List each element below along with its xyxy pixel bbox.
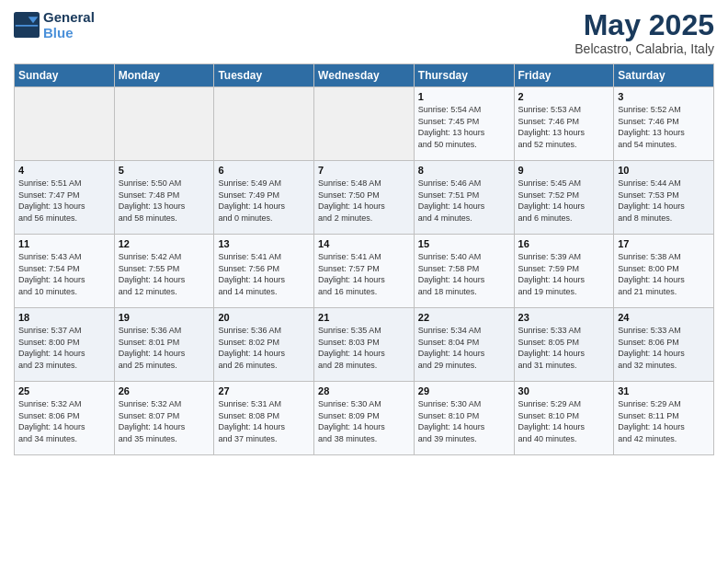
calendar-cell: 16Sunrise: 5:39 AM Sunset: 7:59 PM Dayli… — [514, 235, 614, 308]
day-detail: Sunrise: 5:52 AM Sunset: 7:46 PM Dayligh… — [618, 104, 710, 150]
day-number: 21 — [318, 312, 410, 323]
day-detail: Sunrise: 5:44 AM Sunset: 7:53 PM Dayligh… — [618, 178, 710, 224]
calendar-cell: 12Sunrise: 5:42 AM Sunset: 7:55 PM Dayli… — [114, 235, 214, 308]
header-cell: Monday — [114, 64, 214, 87]
calendar-cell: 30Sunrise: 5:29 AM Sunset: 8:10 PM Dayli… — [514, 382, 614, 455]
calendar-cell: 5Sunrise: 5:50 AM Sunset: 7:48 PM Daylig… — [114, 161, 214, 235]
calendar-cell: 2Sunrise: 5:53 AM Sunset: 7:46 PM Daylig… — [514, 87, 614, 161]
calendar-title: May 2025 — [574, 9, 714, 41]
calendar-cell: 4Sunrise: 5:51 AM Sunset: 7:47 PM Daylig… — [15, 161, 115, 235]
day-number: 3 — [618, 91, 710, 102]
calendar-cell: 3Sunrise: 5:52 AM Sunset: 7:46 PM Daylig… — [614, 87, 714, 161]
day-detail: Sunrise: 5:46 AM Sunset: 7:51 PM Dayligh… — [418, 178, 510, 224]
calendar-cell: 15Sunrise: 5:40 AM Sunset: 7:58 PM Dayli… — [414, 235, 514, 308]
day-detail: Sunrise: 5:42 AM Sunset: 7:55 PM Dayligh… — [119, 251, 210, 297]
header-cell: Tuesday — [214, 64, 314, 87]
day-number: 1 — [418, 91, 510, 102]
calendar-cell: 20Sunrise: 5:36 AM Sunset: 8:02 PM Dayli… — [214, 308, 314, 382]
calendar-cell — [214, 87, 314, 161]
header: General Blue May 2025 Belcastro, Calabri… — [14, 9, 714, 56]
calendar-cell: 31Sunrise: 5:29 AM Sunset: 8:11 PM Dayli… — [614, 382, 714, 455]
day-detail: Sunrise: 5:30 AM Sunset: 8:09 PM Dayligh… — [318, 398, 410, 444]
calendar-cell: 29Sunrise: 5:30 AM Sunset: 8:10 PM Dayli… — [414, 382, 514, 455]
day-number: 27 — [218, 385, 310, 396]
calendar-cell: 9Sunrise: 5:45 AM Sunset: 7:52 PM Daylig… — [514, 161, 614, 235]
day-number: 15 — [418, 238, 510, 249]
day-detail: Sunrise: 5:45 AM Sunset: 7:52 PM Dayligh… — [518, 178, 610, 224]
calendar-cell: 8Sunrise: 5:46 AM Sunset: 7:51 PM Daylig… — [414, 161, 514, 235]
calendar-week-row: 18Sunrise: 5:37 AM Sunset: 8:00 PM Dayli… — [15, 308, 714, 382]
calendar-cell — [15, 87, 115, 161]
calendar-cell: 19Sunrise: 5:36 AM Sunset: 8:01 PM Dayli… — [114, 308, 214, 382]
day-number: 10 — [618, 165, 710, 176]
day-detail: Sunrise: 5:29 AM Sunset: 8:10 PM Dayligh… — [518, 398, 610, 444]
day-detail: Sunrise: 5:31 AM Sunset: 8:08 PM Dayligh… — [218, 398, 310, 444]
day-number: 30 — [518, 385, 610, 396]
day-number: 17 — [618, 238, 710, 249]
calendar-cell: 10Sunrise: 5:44 AM Sunset: 7:53 PM Dayli… — [614, 161, 714, 235]
title-block: May 2025 Belcastro, Calabria, Italy — [574, 9, 714, 56]
calendar-cell: 13Sunrise: 5:41 AM Sunset: 7:56 PM Dayli… — [214, 235, 314, 308]
day-detail: Sunrise: 5:37 AM Sunset: 8:00 PM Dayligh… — [18, 325, 110, 371]
day-detail: Sunrise: 5:51 AM Sunset: 7:47 PM Dayligh… — [18, 178, 110, 224]
calendar-cell: 26Sunrise: 5:32 AM Sunset: 8:07 PM Dayli… — [114, 382, 214, 455]
day-detail: Sunrise: 5:40 AM Sunset: 7:58 PM Dayligh… — [418, 251, 510, 297]
calendar-cell: 1Sunrise: 5:54 AM Sunset: 7:45 PM Daylig… — [414, 87, 514, 161]
day-number: 7 — [318, 165, 410, 176]
day-detail: Sunrise: 5:38 AM Sunset: 8:00 PM Dayligh… — [618, 251, 710, 297]
svg-rect-2 — [16, 25, 39, 27]
day-detail: Sunrise: 5:50 AM Sunset: 7:48 PM Dayligh… — [119, 178, 210, 224]
day-number: 23 — [518, 312, 610, 323]
day-number: 4 — [18, 165, 110, 176]
day-detail: Sunrise: 5:41 AM Sunset: 7:56 PM Dayligh… — [218, 251, 310, 297]
day-detail: Sunrise: 5:35 AM Sunset: 8:03 PM Dayligh… — [318, 325, 410, 371]
header-cell: Saturday — [614, 64, 714, 87]
day-detail: Sunrise: 5:48 AM Sunset: 7:50 PM Dayligh… — [318, 178, 410, 224]
day-number: 11 — [18, 238, 110, 249]
day-number: 6 — [218, 165, 310, 176]
day-number: 31 — [618, 385, 710, 396]
calendar-cell: 28Sunrise: 5:30 AM Sunset: 8:09 PM Dayli… — [314, 382, 415, 455]
day-detail: Sunrise: 5:41 AM Sunset: 7:57 PM Dayligh… — [318, 251, 410, 297]
day-detail: Sunrise: 5:30 AM Sunset: 8:10 PM Dayligh… — [418, 398, 510, 444]
day-detail: Sunrise: 5:53 AM Sunset: 7:46 PM Dayligh… — [518, 104, 610, 150]
header-row: SundayMondayTuesdayWednesdayThursdayFrid… — [15, 64, 714, 87]
calendar-week-row: 1Sunrise: 5:54 AM Sunset: 7:45 PM Daylig… — [15, 87, 714, 161]
calendar-cell: 23Sunrise: 5:33 AM Sunset: 8:05 PM Dayli… — [514, 308, 614, 382]
calendar-cell: 27Sunrise: 5:31 AM Sunset: 8:08 PM Dayli… — [214, 382, 314, 455]
header-cell: Sunday — [15, 64, 115, 87]
day-number: 16 — [518, 238, 610, 249]
day-number: 28 — [318, 385, 410, 396]
calendar-cell: 11Sunrise: 5:43 AM Sunset: 7:54 PM Dayli… — [15, 235, 115, 308]
calendar-cell: 24Sunrise: 5:33 AM Sunset: 8:06 PM Dayli… — [614, 308, 714, 382]
day-number: 22 — [418, 312, 510, 323]
calendar-cell: 21Sunrise: 5:35 AM Sunset: 8:03 PM Dayli… — [314, 308, 415, 382]
calendar-cell: 25Sunrise: 5:32 AM Sunset: 8:06 PM Dayli… — [15, 382, 115, 455]
day-number: 14 — [318, 238, 410, 249]
day-detail: Sunrise: 5:36 AM Sunset: 8:01 PM Dayligh… — [119, 325, 210, 371]
calendar-cell: 14Sunrise: 5:41 AM Sunset: 7:57 PM Dayli… — [314, 235, 415, 308]
day-detail: Sunrise: 5:43 AM Sunset: 7:54 PM Dayligh… — [18, 251, 110, 297]
day-number: 24 — [618, 312, 710, 323]
logo-text: General Blue — [43, 9, 95, 40]
calendar-cell: 18Sunrise: 5:37 AM Sunset: 8:00 PM Dayli… — [15, 308, 115, 382]
header-cell: Thursday — [414, 64, 514, 87]
calendar-subtitle: Belcastro, Calabria, Italy — [574, 41, 714, 56]
day-detail: Sunrise: 5:32 AM Sunset: 8:07 PM Dayligh… — [119, 398, 210, 444]
day-number: 5 — [119, 165, 210, 176]
page-container: General Blue May 2025 Belcastro, Calabri… — [0, 0, 728, 465]
day-detail: Sunrise: 5:33 AM Sunset: 8:05 PM Dayligh… — [518, 325, 610, 371]
calendar-cell: 6Sunrise: 5:49 AM Sunset: 7:49 PM Daylig… — [214, 161, 314, 235]
day-number: 2 — [518, 91, 610, 102]
calendar-week-row: 25Sunrise: 5:32 AM Sunset: 8:06 PM Dayli… — [15, 382, 714, 455]
day-detail: Sunrise: 5:33 AM Sunset: 8:06 PM Dayligh… — [618, 325, 710, 371]
day-number: 12 — [119, 238, 210, 249]
day-detail: Sunrise: 5:54 AM Sunset: 7:45 PM Dayligh… — [418, 104, 510, 150]
header-cell: Wednesday — [314, 64, 415, 87]
header-cell: Friday — [514, 64, 614, 87]
calendar-cell: 7Sunrise: 5:48 AM Sunset: 7:50 PM Daylig… — [314, 161, 415, 235]
day-number: 9 — [518, 165, 610, 176]
calendar-cell — [114, 87, 214, 161]
day-detail: Sunrise: 5:34 AM Sunset: 8:04 PM Dayligh… — [418, 325, 510, 371]
day-number: 13 — [218, 238, 310, 249]
